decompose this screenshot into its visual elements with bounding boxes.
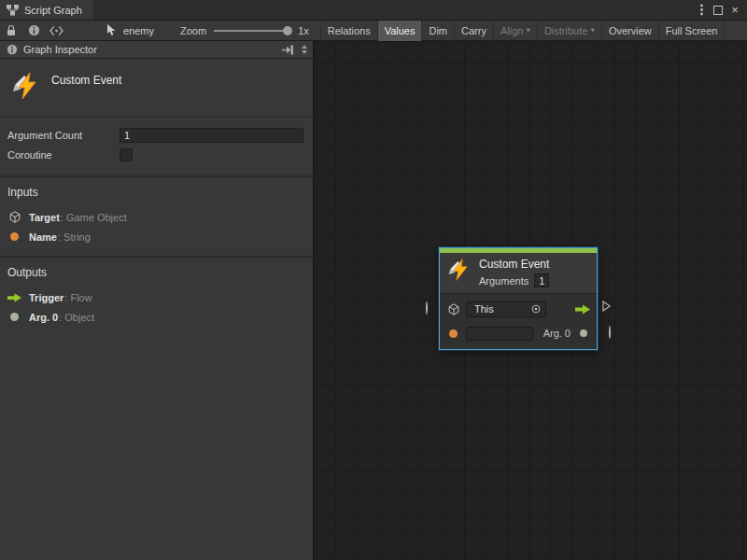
target-dropdown-value: This [474,303,494,315]
info-icon [5,43,19,57]
node-body: This Arg. 0 [440,294,597,349]
arguments-count-input[interactable] [534,273,549,287]
align-dropdown-button[interactable]: Align▾ [493,21,537,41]
inspector-title: Graph Inspector [23,44,97,55]
unit-header: Custom Event [0,59,313,117]
port-type: : String [58,231,91,243]
output-port-row: Trigger: Flow [7,287,303,307]
custom-event-node[interactable]: Custom Event Arguments This [439,247,598,350]
tab-script-graph[interactable]: Script Graph [0,0,93,20]
port-type: : Flow [64,292,92,303]
target-picker-icon[interactable] [530,303,542,315]
graph-name: enemy [123,25,154,36]
scroll-spinner[interactable] [299,45,310,54]
arg0-output-port[interactable] [609,327,611,338]
custom-event-icon [447,258,472,282]
dim-button[interactable]: Dim [421,21,454,41]
node-title: Custom Event [479,258,549,271]
object-port-icon[interactable] [576,327,590,341]
window-controls: × [694,0,747,20]
port-name: Trigger [29,292,63,303]
coroutine-label: Coroutine [7,149,120,161]
cube-icon [446,302,460,316]
zoom-slider[interactable] [214,30,289,32]
script-graph-icon [6,3,20,17]
flow-arrow-icon [7,290,21,304]
graph-toolbar: enemy Zoom 1x Relations Values Dim Carry… [0,21,747,41]
code-icon[interactable] [45,21,67,41]
output-port-row: Arg. 0: Object [7,307,303,327]
coroutine-row: Coroutine [7,145,303,164]
inputs-heading: Inputs [7,186,303,199]
arguments-label: Arguments [479,275,529,287]
trigger-flow-arrow-icon[interactable] [575,304,590,315]
argument-count-row: Argument Count [7,125,303,145]
lock-icon[interactable] [0,21,22,41]
chevron-down-icon: ▾ [526,26,530,35]
node-arg0-row: Arg. 0 [446,324,590,343]
unit-fields: Argument Count Coroutine [0,117,313,175]
node-header: Custom Event Arguments [440,253,597,294]
window-menu-icon[interactable] [694,3,709,18]
zoom-slider-handle[interactable] [283,26,292,35]
relations-button[interactable]: Relations [320,21,377,41]
arg0-value-input[interactable] [466,327,533,341]
toolbar-buttons: Relations Values Dim Carry Align▾ Distri… [320,21,726,41]
string-port-icon[interactable] [446,327,460,341]
inputs-section: Inputs Target: Game Object Name: String [0,175,313,256]
input-port-row: Target: Game Object [7,207,303,227]
graph-inspector-panel: Graph Inspector Custom Event [0,41,314,560]
object-dot-icon [7,310,21,324]
port-type: : Object [59,312,94,323]
maximize-icon[interactable] [711,3,726,18]
target-dropdown[interactable]: This [466,301,546,317]
port-name: Arg. 0 [29,312,58,323]
arg0-label: Arg. 0 [543,328,571,339]
zoom-control: Zoom 1x [180,25,309,36]
graph-canvas[interactable]: Custom Event Arguments This [314,41,747,560]
graph-breadcrumb[interactable]: enemy [105,23,154,37]
trigger-output-port[interactable] [602,301,611,312]
input-port-row: Name: String [7,227,303,246]
argument-count-label: Argument Count [7,130,120,141]
distribute-dropdown-button[interactable]: Distribute▾ [537,21,601,41]
chevron-down-icon: ▾ [590,26,595,35]
close-icon[interactable]: × [727,3,742,18]
coroutine-checkbox[interactable] [120,148,133,161]
graph-pointer-icon [105,23,119,37]
port-name: Target [29,212,60,223]
main-area: Graph Inspector Custom Event [0,41,747,560]
outputs-heading: Outputs [7,266,303,279]
custom-event-icon [11,71,41,101]
unit-title: Custom Event [51,71,121,87]
zoom-value: 1x [298,25,309,36]
zoom-label: Zoom [180,25,206,36]
full-screen-button[interactable]: Full Screen [658,21,726,41]
overview-button[interactable]: Overview [601,21,658,41]
info-icon[interactable] [22,21,45,41]
titlebar: Script Graph × [0,0,747,21]
carry-button[interactable]: Carry [454,21,493,41]
unity-window: Script Graph × enemy [0,0,747,560]
values-button[interactable]: Values [377,21,422,41]
argument-count-input[interactable] [120,128,303,143]
target-input-port[interactable] [426,302,428,314]
tab-title: Script Graph [24,5,82,16]
dock-icon[interactable] [280,43,294,57]
port-type: : Game Object [61,212,127,223]
cube-icon [7,210,21,224]
inspector-header: Graph Inspector [0,41,313,59]
string-dot-icon [7,230,21,244]
node-target-row: This [446,300,590,318]
port-name: Name [29,231,57,243]
outputs-section: Outputs Trigger: Flow Arg. 0: Object [0,256,313,336]
